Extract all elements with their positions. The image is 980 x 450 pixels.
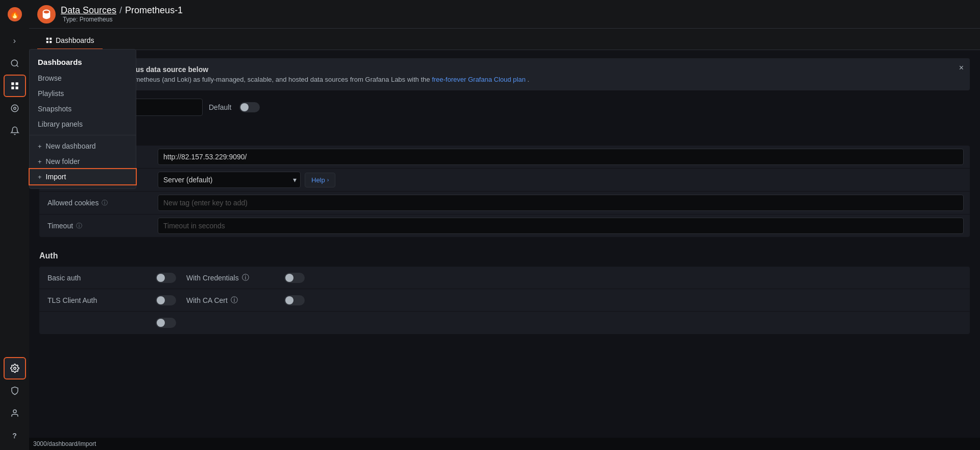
- third-auth-toggle[interactable]: [156, 318, 176, 328]
- shield-icon-btn[interactable]: [5, 381, 25, 401]
- help-button-label: Help: [311, 176, 325, 184]
- sidebar-toggle-chevron[interactable]: ›: [5, 31, 25, 51]
- basic-auth-toggle[interactable]: [156, 273, 176, 283]
- grid-tab-icon: [45, 37, 53, 44]
- with-credentials-info-icon[interactable]: ⓘ: [242, 273, 249, 282]
- allowed-cookies-info-icon[interactable]: ⓘ: [102, 199, 108, 207]
- breadcrumb-separator: /: [119, 5, 122, 16]
- explore-icon-btn[interactable]: [5, 98, 25, 119]
- datasource-name: Prometheus-1: [125, 5, 183, 16]
- snapshots-label: Snapshots: [38, 105, 71, 113]
- info-banner-link[interactable]: free-forever Grafana Cloud plan: [432, 76, 526, 83]
- timeout-info-icon[interactable]: ⓘ: [76, 222, 82, 230]
- svg-point-9: [13, 107, 16, 110]
- search-icon-btn[interactable]: [5, 53, 25, 74]
- data-sources-link[interactable]: Data Sources: [61, 5, 116, 16]
- page-content: Configure your Prometheus data source be…: [29, 50, 980, 438]
- timeout-value: [152, 215, 970, 237]
- allowed-cookies-input[interactable]: [158, 195, 964, 211]
- bell-icon: [10, 126, 19, 135]
- basic-auth-label: Basic auth: [39, 269, 152, 287]
- sidebar-item-browse[interactable]: Browse: [30, 70, 136, 86]
- help-icon-btn[interactable]: ?: [5, 425, 25, 446]
- svg-point-2: [11, 60, 17, 66]
- svg-rect-14: [46, 41, 48, 43]
- with-credentials-toggle-col: [284, 273, 315, 283]
- auth-section-title: Auth: [39, 247, 970, 260]
- plus-icon-new-folder: +: [38, 158, 42, 165]
- url-value: [152, 146, 970, 168]
- with-ca-cert-toggle[interactable]: [284, 295, 305, 305]
- svg-rect-4: [11, 82, 14, 85]
- form-section: Default HTTP URL Access: [29, 90, 980, 352]
- settings-icon-btn[interactable]: [5, 358, 25, 378]
- basic-auth-toggle-col: [152, 273, 182, 283]
- new-folder-label: New folder: [46, 157, 80, 165]
- svg-point-8: [11, 105, 18, 112]
- default-toggle[interactable]: [239, 102, 260, 112]
- plus-icon-new-dashboard: +: [38, 143, 42, 150]
- svg-text:🔥: 🔥: [10, 9, 20, 19]
- dropdown-title: Dashboards: [30, 54, 136, 70]
- tab-bar: Dashboards: [29, 29, 980, 50]
- sidebar-item-playlists[interactable]: Playlists: [30, 86, 136, 101]
- new-dashboard-action[interactable]: + New dashboard: [30, 138, 136, 154]
- browse-label: Browse: [38, 74, 62, 82]
- svg-rect-5: [15, 82, 18, 85]
- topbar-logo-area: Data Sources / Prometheus-1 Type: Promet…: [37, 5, 183, 23]
- library-panels-label: Library panels: [38, 120, 83, 128]
- with-ca-cert-info-icon[interactable]: ⓘ: [231, 296, 238, 305]
- import-action[interactable]: + Import: [30, 169, 136, 184]
- http-section-title: HTTP: [39, 126, 970, 139]
- info-banner-text-end: .: [527, 76, 529, 83]
- dropdown-divider: [30, 135, 136, 135]
- url-input[interactable]: [158, 149, 964, 165]
- allowed-cookies-value: [152, 192, 970, 214]
- main-area: Data Sources / Prometheus-1 Type: Promet…: [29, 0, 980, 450]
- tls-auth-toggle-col: [152, 295, 182, 305]
- sidebar-item-snapshots[interactable]: Snapshots: [30, 101, 136, 116]
- svg-rect-13: [50, 38, 52, 40]
- user-icon: [10, 409, 19, 418]
- third-auth-label: [39, 318, 152, 328]
- info-banner-close-button[interactable]: ×: [959, 63, 964, 73]
- datasource-icon: [37, 5, 56, 23]
- tls-auth-toggle[interactable]: [156, 295, 176, 305]
- breadcrumb: Data Sources / Prometheus-1: [61, 5, 183, 16]
- allowed-cookies-label: Allowed cookies ⓘ: [39, 194, 152, 212]
- dashboards-icon-btn[interactable]: [5, 76, 25, 96]
- info-banner-title: Configure your Prometheus data source be…: [50, 65, 960, 74]
- auth-row-third: [39, 312, 970, 334]
- user-icon-btn[interactable]: [5, 403, 25, 423]
- sidebar-item-library-panels[interactable]: Library panels: [30, 116, 136, 132]
- auth-row-basic: Basic auth With Credentials ⓘ: [39, 267, 970, 289]
- with-credentials-toggle[interactable]: [284, 273, 305, 283]
- tab-dashboards[interactable]: Dashboards: [37, 32, 103, 50]
- datasource-name-row: Default: [39, 99, 970, 116]
- sidebar-narrow: 🔥 › ?: [0, 0, 29, 450]
- new-folder-action[interactable]: + New folder: [30, 154, 136, 169]
- status-bar: 3000/dashboard/import: [29, 438, 980, 450]
- access-value: Server (default) Browser ▾ Help ›: [152, 169, 970, 191]
- third-auth-toggle-col: [152, 318, 182, 328]
- new-dashboard-label: New dashboard: [46, 142, 96, 150]
- plus-icon-import: +: [38, 173, 42, 181]
- svg-line-3: [16, 65, 18, 66]
- svg-rect-15: [50, 41, 52, 43]
- playlists-label: Playlists: [38, 89, 64, 98]
- access-select[interactable]: Server (default) Browser: [158, 172, 301, 188]
- auth-form-table: Basic auth With Credentials ⓘ TLS Client…: [39, 267, 970, 334]
- with-ca-cert-label: With CA Cert ⓘ: [182, 291, 284, 310]
- grid-icon: [10, 81, 19, 90]
- svg-rect-7: [15, 87, 18, 89]
- alerting-icon-btn[interactable]: [5, 121, 25, 141]
- svg-rect-6: [11, 87, 14, 89]
- default-label: Default: [209, 103, 231, 111]
- url-row: URL: [39, 146, 970, 169]
- topbar-title-block: Data Sources / Prometheus-1 Type: Promet…: [61, 5, 183, 23]
- svg-point-10: [13, 367, 16, 370]
- timeout-input[interactable]: [158, 218, 964, 234]
- grafana-logo[interactable]: 🔥: [5, 4, 25, 25]
- explore-icon: [10, 104, 19, 113]
- help-button[interactable]: Help ›: [305, 173, 335, 187]
